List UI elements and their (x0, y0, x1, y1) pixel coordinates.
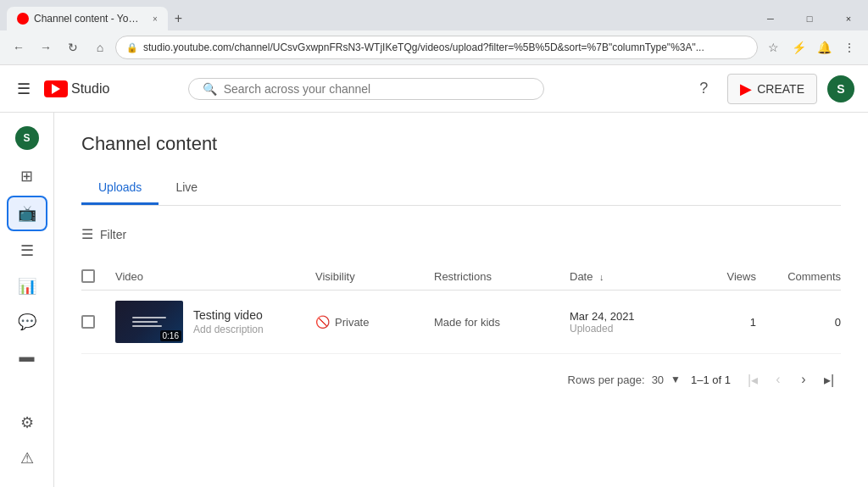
sidebar-item-subtitles[interactable]: ▬ (7, 341, 47, 373)
tab-bar: Channel content - YouTube Studi × + ─ □ … (0, 0, 868, 30)
user-avatar[interactable]: S (827, 75, 854, 102)
sidebar-item-playlists[interactable]: ☰ (7, 235, 47, 267)
url-text: studio.youtube.com/channel/UCsvGxwpnFRsN… (143, 42, 704, 53)
header-views: Views (688, 270, 756, 283)
header-video: Video (115, 270, 315, 283)
video-duration: 0:16 (160, 330, 181, 341)
table-header: Video Visibility Restrictions Date ↓ Vie… (81, 263, 841, 291)
video-info: Testing video Add description (193, 308, 264, 335)
new-tab-btn[interactable]: + (168, 11, 189, 26)
pagination: Rows per page: 30 ▼ 1–1 of 1 |◂ ‹ › ▸| (81, 354, 841, 405)
search-input[interactable] (224, 82, 530, 96)
date-col: Mar 24, 2021 Uploaded (570, 310, 688, 335)
sidebar-item-settings[interactable]: ⚙ (7, 407, 47, 439)
content-tabs: Uploads Live (81, 172, 841, 206)
select-all-checkbox[interactable] (81, 269, 95, 283)
tab-close-btn[interactable]: × (153, 14, 158, 24)
home-btn[interactable]: ⌂ (88, 36, 112, 59)
menu-btn[interactable]: ⋮ (837, 36, 861, 59)
comments-col: 0 (756, 316, 841, 329)
youtube-icon (44, 80, 68, 97)
rows-dropdown-icon: ▼ (670, 374, 681, 385)
address-actions: ☆ ⚡ 🔔 ⋮ (761, 36, 861, 59)
profile-notif-btn[interactable]: 🔔 (812, 36, 836, 59)
main-content: Channel content Uploads Live ☰ Filter (54, 113, 868, 487)
last-page-btn[interactable]: ▸| (817, 368, 841, 391)
active-tab[interactable]: Channel content - YouTube Studi × (7, 7, 168, 30)
tab-uploads[interactable]: Uploads (81, 172, 159, 205)
create-btn[interactable]: ▶ CREATE (727, 74, 817, 104)
filter-label[interactable]: Filter (100, 228, 126, 241)
date-sub: Uploaded (570, 323, 688, 335)
tab-live[interactable]: Live (159, 172, 214, 205)
logo[interactable]: Studio (44, 80, 109, 97)
thumb-line-1 (132, 317, 166, 318)
hamburger-btn[interactable]: ☰ (14, 76, 34, 102)
sidebar-item-dashboard[interactable]: ⊞ (7, 160, 47, 192)
date-value: Mar 24, 2021 (570, 310, 688, 323)
sidebar-bottom: ⚙ ⚠ (7, 407, 47, 481)
feedback-icon: ⚠ (20, 449, 34, 468)
views-value: 1 (750, 316, 756, 329)
restrictions-col: Made for kids (434, 316, 570, 329)
video-thumbnail[interactable]: 0:16 (115, 301, 183, 343)
close-btn[interactable]: × (829, 7, 868, 30)
first-page-btn[interactable]: |◂ (741, 368, 765, 391)
settings-icon: ⚙ (20, 413, 34, 432)
restore-btn[interactable]: □ (790, 7, 829, 30)
comments-icon: 💬 (18, 313, 36, 331)
search-bar: 🔍 (188, 78, 544, 100)
header-actions: ? ▶ CREATE S (690, 74, 854, 104)
sidebar-item-analytics[interactable]: 📊 (7, 270, 47, 302)
rows-per-page-select[interactable]: 30 ▼ (652, 374, 681, 386)
table-row: 0:16 Testing video Add description 🚫 Pri… (81, 291, 841, 354)
back-btn[interactable]: ← (7, 36, 31, 59)
thumb-decoration (132, 317, 166, 327)
search-input-wrap[interactable]: 🔍 (188, 78, 544, 100)
comments-value: 0 (835, 316, 841, 329)
sidebar-item-feedback[interactable]: ⚠ (7, 442, 47, 474)
extensions-btn[interactable]: ⚡ (787, 36, 810, 59)
header-visibility: Visibility (315, 270, 434, 283)
yt-play-icon (52, 84, 60, 94)
sidebar-item-comments[interactable]: 💬 (7, 306, 47, 338)
sidebar-avatar-item[interactable]: S (7, 119, 47, 157)
header-checkbox-col (81, 269, 115, 283)
row-checkbox[interactable] (81, 315, 95, 329)
page-navigation: |◂ ‹ › ▸| (741, 368, 841, 391)
address-bar: ← → ↻ ⌂ 🔒 studio.youtube.com/channel/UCs… (0, 30, 868, 64)
analytics-icon: 📊 (18, 277, 36, 296)
main-wrap: S ⊞ 📺 ☰ 📊 💬 ▬ ⚙ (0, 113, 868, 487)
sidebar: S ⊞ 📺 ☰ 📊 💬 ▬ ⚙ (0, 113, 54, 487)
refresh-btn[interactable]: ↻ (61, 36, 85, 59)
app: ☰ Studio 🔍 ? ▶ CREATE S S (0, 65, 868, 487)
tab-favicon (17, 13, 29, 25)
rows-per-page-value: 30 (652, 374, 664, 386)
filter-bar: ☰ Filter (81, 219, 841, 249)
playlists-icon: ☰ (20, 241, 34, 260)
bookmark-btn[interactable]: ☆ (761, 36, 785, 59)
next-page-btn[interactable]: › (792, 368, 815, 391)
header-comments: Comments (756, 270, 841, 283)
minimize-btn[interactable]: ─ (751, 7, 790, 30)
lock-icon: 🔒 (126, 42, 138, 53)
prev-page-btn[interactable]: ‹ (766, 368, 790, 391)
thumb-line-2 (132, 321, 158, 323)
rows-per-page-label: Rows per page: (568, 374, 645, 386)
forward-btn[interactable]: → (34, 36, 58, 59)
filter-icon: ☰ (81, 226, 93, 242)
visibility-col: 🚫 Private (315, 315, 434, 329)
sidebar-item-content[interactable]: 📺 (7, 196, 47, 231)
video-title[interactable]: Testing video (193, 308, 264, 322)
header-date[interactable]: Date ↓ (570, 270, 688, 283)
restrictions-value: Made for kids (434, 316, 500, 329)
visibility-icon: 🚫 (315, 315, 330, 329)
row-checkbox-col (81, 315, 115, 329)
video-description[interactable]: Add description (193, 324, 264, 335)
page-title: Channel content (81, 133, 841, 155)
help-btn[interactable]: ? (690, 75, 717, 102)
create-video-icon: ▶ (740, 80, 752, 98)
video-col: 0:16 Testing video Add description (115, 301, 315, 343)
browser-chrome: Channel content - YouTube Studi × + ─ □ … (0, 0, 868, 65)
url-bar[interactable]: 🔒 studio.youtube.com/channel/UCsvGxwpnFR… (115, 36, 758, 59)
